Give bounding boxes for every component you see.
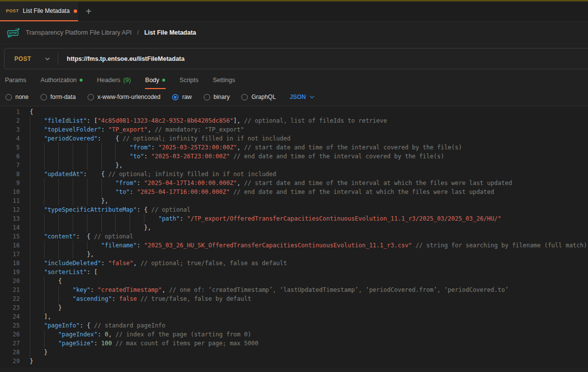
radio-icon bbox=[172, 94, 179, 100]
body-type-x-www-form-urlencoded[interactable]: x-www-form-urlencoded bbox=[88, 93, 160, 100]
code-line[interactable]: 19 "sorterList": [ bbox=[0, 268, 588, 277]
code-line[interactable]: 7 }, bbox=[0, 161, 588, 170]
token-s: "2025_03_26_HU_SK_OfferedTransferCapacit… bbox=[144, 242, 412, 249]
indent-guide bbox=[58, 285, 73, 294]
code-line[interactable]: 13 "path": "/TP_export/OfferedTransferCa… bbox=[0, 214, 588, 223]
code-line[interactable]: 16 "filename": "2025_03_26_HU_SK_Offered… bbox=[0, 241, 588, 250]
line-number: 5 bbox=[0, 143, 20, 152]
code-line[interactable]: 11 }, bbox=[0, 196, 588, 205]
line-number: 3 bbox=[0, 125, 20, 134]
token-p: : bbox=[144, 153, 151, 160]
line-code: "periodCovered": { // optional; infinity… bbox=[30, 134, 290, 143]
indent-guide bbox=[87, 196, 101, 205]
indent-guide bbox=[44, 161, 58, 170]
token-p bbox=[137, 295, 140, 302]
line-number: 24 bbox=[0, 312, 20, 321]
line-code: "updatedAt": { // optional; infinity fil… bbox=[30, 170, 276, 179]
body-type-graphql[interactable]: GraphQL bbox=[241, 93, 275, 100]
body-type-binary[interactable]: binary bbox=[204, 93, 230, 100]
line-number: 29 bbox=[0, 357, 20, 366]
code-line[interactable]: 6 "to": "2025-03-26T23:00:00Z" // end da… bbox=[0, 152, 588, 161]
code-line[interactable]: 24 ], bbox=[0, 312, 588, 321]
token-p: { bbox=[58, 278, 62, 284]
indent-guide bbox=[44, 277, 58, 285]
indent-guide bbox=[30, 179, 44, 187]
url-input[interactable] bbox=[58, 55, 588, 62]
line-code: "topLevelFolder": "TP_export", // mandat… bbox=[30, 125, 244, 134]
code-line[interactable]: 3 "topLevelFolder": "TP_export", // mand… bbox=[0, 125, 588, 134]
tab-params[interactable]: Params bbox=[4, 74, 27, 89]
line-number: 8 bbox=[0, 170, 20, 179]
indent-guide bbox=[87, 179, 101, 187]
code-line[interactable]: 1{ bbox=[0, 107, 588, 116]
indent-guide bbox=[58, 143, 73, 152]
token-p: : [ bbox=[87, 117, 98, 124]
token-p: : { bbox=[83, 171, 108, 178]
breadcrumb-collection[interactable]: Transparency Platform File Library API bbox=[26, 29, 132, 36]
body-type-raw[interactable]: raw bbox=[172, 93, 191, 100]
token-c: // optional bbox=[94, 233, 133, 240]
tab-scripts[interactable]: Scripts bbox=[179, 74, 199, 89]
code-line[interactable]: 5 "from": "2025-03-25T23:00:00Z", // sta… bbox=[0, 143, 588, 152]
token-k: "topLevelFolder" bbox=[44, 126, 101, 133]
language-select[interactable]: JSON bbox=[290, 93, 315, 100]
indent-guide bbox=[101, 161, 116, 170]
code-line[interactable]: 10 "to": "2025-04-17T16:00:00.000Z" // e… bbox=[0, 187, 588, 196]
tab-title: List File Metadata bbox=[23, 7, 70, 14]
indent-guide bbox=[73, 223, 87, 232]
token-p: : bbox=[137, 180, 144, 186]
indent-guide bbox=[101, 187, 116, 196]
line-number: 20 bbox=[0, 277, 20, 285]
code-line[interactable]: 12 "typeSpecificAttributeMap": { // opti… bbox=[0, 205, 588, 214]
svg-text:HTTP: HTTP bbox=[9, 31, 17, 35]
code-line[interactable]: 21 "key": "createdTimestamp", // one of:… bbox=[0, 285, 588, 294]
code-line[interactable]: 14 }, bbox=[0, 223, 588, 232]
indent-guide bbox=[101, 214, 116, 223]
code-line[interactable]: 18 "includeDeleted": "false", // optiona… bbox=[0, 259, 588, 268]
tab-label: Params bbox=[5, 77, 26, 84]
token-s: "TP_export" bbox=[108, 126, 147, 133]
code-line[interactable]: 15 "content": { // optional bbox=[0, 232, 588, 241]
indent-guide bbox=[44, 339, 58, 348]
indent-guide bbox=[87, 214, 101, 223]
code-line[interactable]: 29} bbox=[0, 357, 588, 366]
new-tab-button[interactable]: + bbox=[78, 1, 99, 21]
line-number: 2 bbox=[0, 116, 20, 125]
code-line[interactable]: 25 "pageInfo": { // standard pageInfo bbox=[0, 321, 588, 330]
line-code: "includeDeleted": "false", // optional; … bbox=[30, 259, 287, 268]
token-n: 0 bbox=[105, 331, 108, 338]
code-line[interactable]: 23 } bbox=[0, 303, 588, 312]
tab-label: Authorization bbox=[41, 77, 77, 84]
code-line[interactable]: 2 "fileIdList": ["4c85d081-1323-48c2-935… bbox=[0, 116, 588, 125]
line-number: 22 bbox=[0, 294, 20, 303]
tab-authorization[interactable]: Authorization bbox=[40, 74, 83, 89]
tab-body[interactable]: Body bbox=[145, 74, 166, 89]
code-line[interactable]: 28 } bbox=[0, 348, 588, 357]
code-line[interactable]: 26 "pageIndex": 0, // index of the page … bbox=[0, 330, 588, 339]
code-line[interactable]: 9 "from": "2025-04-17T14:00:00.000Z", //… bbox=[0, 179, 588, 187]
indent-guide bbox=[30, 116, 44, 125]
raw-body-editor[interactable]: 1{2 "fileIdList": ["4c85d081-1323-48c2-9… bbox=[0, 106, 588, 368]
code-line[interactable]: 22 "ascending": false // true/false, fal… bbox=[0, 294, 588, 303]
indent-guide bbox=[44, 152, 58, 161]
line-code: }, bbox=[30, 223, 151, 232]
indent-guide bbox=[44, 187, 58, 196]
token-c: // standard pageInfo bbox=[94, 322, 166, 329]
token-p: : bbox=[130, 188, 136, 195]
indent-guide bbox=[30, 214, 44, 223]
method-select[interactable]: POST bbox=[4, 55, 58, 62]
tab-headers[interactable]: Headers(9) bbox=[96, 74, 132, 89]
code-line[interactable]: 20 { bbox=[0, 277, 588, 285]
code-line[interactable]: 4 "periodCovered": { // optional; infini… bbox=[0, 134, 588, 143]
code-line[interactable]: 27 "pageSize": 100 // max count of items… bbox=[0, 339, 588, 348]
token-c: // start date and time of the interval c… bbox=[244, 144, 462, 151]
body-type-form-data[interactable]: form-data bbox=[41, 93, 76, 100]
request-tab[interactable]: POST List File Metadata bbox=[0, 1, 78, 21]
tab-settings[interactable]: Settings bbox=[212, 74, 235, 89]
code-line[interactable]: 17 }, bbox=[0, 250, 588, 259]
code-line[interactable]: 8 "updatedAt": { // optional; infinity f… bbox=[0, 170, 588, 179]
body-type-none[interactable]: none bbox=[5, 93, 29, 100]
line-number: 9 bbox=[0, 179, 20, 187]
token-s: "4c85d081-1323-48c2-9352-8b64205dc856" bbox=[97, 117, 233, 124]
indent-guide bbox=[87, 223, 101, 232]
